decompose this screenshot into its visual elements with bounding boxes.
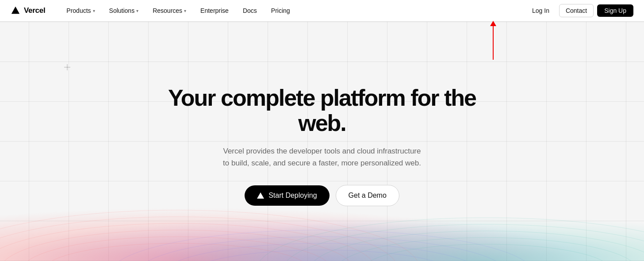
logo-text: Vercel — [24, 6, 45, 15]
hero-subtitle: Vercel provides the developer tools and … — [223, 145, 421, 169]
vercel-logo-icon — [11, 6, 20, 15]
contact-button[interactable]: Contact — [559, 4, 594, 17]
get-demo-button[interactable]: Get a Demo — [336, 185, 399, 206]
nav-enterprise[interactable]: Enterprise — [193, 0, 236, 22]
main-content: Your complete platform for the web. Verc… — [0, 0, 644, 261]
nav-docs[interactable]: Docs — [236, 0, 264, 22]
triangle-icon — [257, 192, 264, 199]
chevron-down-icon: ▾ — [184, 8, 186, 13]
hero-buttons: Start Deploying Get a Demo — [245, 185, 399, 206]
start-deploying-button[interactable]: Start Deploying — [245, 185, 329, 206]
login-button[interactable]: Log In — [526, 4, 556, 17]
nav-solutions[interactable]: Solutions ▾ — [102, 0, 146, 22]
nav-right: Log In Contact Sign Up — [526, 4, 633, 17]
nav-products[interactable]: Products ▾ — [59, 0, 102, 22]
navbar: Vercel Products ▾ Solutions ▾ Resources … — [0, 0, 644, 22]
hero-title: Your complete platform for the web. — [167, 85, 477, 136]
nav-pricing[interactable]: Pricing — [264, 0, 297, 22]
signup-button[interactable]: Sign Up — [597, 4, 633, 17]
nav-resources[interactable]: Resources ▾ — [146, 0, 193, 22]
chevron-down-icon: ▾ — [136, 8, 138, 13]
nav-links: Products ▾ Solutions ▾ Resources ▾ Enter… — [59, 0, 526, 22]
hero-section: Your complete platform for the web. Verc… — [0, 22, 644, 261]
chevron-down-icon: ▾ — [93, 8, 95, 13]
logo[interactable]: Vercel — [11, 6, 45, 15]
